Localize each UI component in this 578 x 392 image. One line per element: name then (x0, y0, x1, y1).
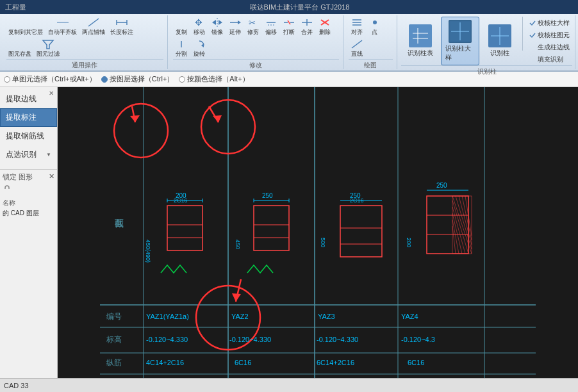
btn-trim-label: 修剪 (247, 28, 259, 37)
btn-fill-identify[interactable]: 填充识别 (526, 54, 572, 65)
svg-line-4 (88, 19, 99, 26)
btn-break[interactable]: 打断 (281, 17, 297, 37)
ribbon-group-draw: 对齐 点 直线 绘图 (345, 15, 397, 69)
btn-identify-column-label: 识别柱 (490, 49, 509, 58)
btn-identify-column-table[interactable]: 识别柱表 (401, 17, 440, 65)
ribbon-buttons-draw: 对齐 点 直线 (349, 17, 393, 59)
svg-text:-0.120~4.330: -0.120~4.330 (317, 336, 358, 343)
btn-save-element-label: 图元存盘 (8, 50, 31, 58)
drawing-area[interactable]: 截面 (58, 87, 578, 392)
menu-click-identify-label: 点选识别 (6, 149, 37, 160)
btn-length-mark-label: 长度标注 (110, 28, 133, 37)
dropdown-arrow-icon: ▼ (46, 152, 51, 158)
svg-text:4C14+2C16: 4C14+2C16 (146, 359, 184, 366)
layer-name-label: 名称 (3, 199, 54, 208)
btn-identify-column[interactable]: 识别柱 (481, 17, 519, 65)
svg-text:标高: 标高 (106, 335, 122, 344)
svg-line-25 (288, 20, 290, 24)
identify-group-label: 识别柱 (401, 65, 572, 76)
cad-svg: 截面 (58, 87, 578, 392)
svg-text:6C14+2C16: 6C14+2C16 (317, 359, 354, 366)
btn-extend-label: 延伸 (229, 28, 241, 37)
btn-point[interactable]: 点 (367, 17, 383, 37)
btn-auto-align[interactable]: 自动平齐板 (46, 17, 79, 37)
option-single-select[interactable]: 单图元选择（Ctrl+或Alt+） (4, 74, 96, 84)
btn-move[interactable]: ✥ 移动 (191, 17, 208, 37)
btn-length-mark[interactable]: 长度标注 (108, 17, 135, 37)
btn-offset[interactable]: 偏移 (263, 17, 279, 37)
title-center: 联达BIM土建计量平台 GTJ2018 (26, 3, 573, 12)
ribbon-group-draw-label: 绘图 (349, 59, 393, 70)
svg-text:-0.120~4.3: -0.120~4.3 (401, 336, 435, 343)
svg-text:500: 500 (320, 238, 326, 247)
btn-break-label: 打断 (283, 28, 295, 37)
option-layer-select[interactable]: 按图层选择（Ctrl+） (101, 74, 174, 84)
btn-check-column-detail[interactable]: 校核柱大样 (526, 18, 572, 28)
btn-check-column-element[interactable]: 校核柱图元 (526, 30, 572, 40)
ribbon-group-general: 复制到其它层 自动平齐板 两点辅轴 长度标注 图元存盘 图元过滤 (3, 15, 168, 69)
ribbon-group-modify-label: 修改 (173, 59, 339, 70)
btn-mirror[interactable]: 镜像 (209, 17, 226, 37)
svg-point-36 (373, 20, 377, 24)
btn-trim[interactable]: ✂ 修剪 (245, 17, 261, 37)
btn-copy-to-floor[interactable]: 复制到其它层 (6, 17, 45, 37)
identify-separator (522, 17, 523, 51)
btn-point-label: 点 (372, 28, 377, 37)
option-layer-label: 按图层选择（Ctrl+） (110, 74, 174, 84)
btn-merge[interactable]: 合并 (299, 17, 315, 37)
btn-filter[interactable]: 图元过滤 (35, 38, 62, 59)
btn-rotate[interactable]: 旋转 (191, 38, 208, 59)
ribbon-buttons-general: 复制到其它层 自动平齐板 两点辅轴 长度标注 图元存盘 图元过滤 (6, 17, 163, 59)
svg-text:6C16: 6C16 (408, 359, 424, 366)
svg-text:YAZ4: YAZ4 (401, 313, 418, 320)
radio-dot-layer (101, 76, 108, 83)
option-color-select[interactable]: 按颜色选择（Alt+） (179, 74, 249, 84)
svg-text:✥: ✥ (195, 17, 202, 28)
btn-identify-column-detail[interactable]: 识别柱大样 (441, 17, 479, 65)
btn-copy-label: 复制 (176, 28, 187, 37)
btn-align[interactable]: 对齐 (349, 17, 365, 37)
menu-click-identify[interactable]: 点选识别 ▼ (0, 145, 57, 164)
btn-copy[interactable]: 复制 (173, 17, 190, 37)
svg-text:2C16: 2C16 (350, 197, 364, 204)
btn-generate-column-edge[interactable]: 生成柱边线 (526, 42, 572, 53)
svg-text:2C16: 2C16 (174, 197, 188, 204)
btn-two-point-label: 两点辅轴 (82, 28, 105, 37)
btn-identify-column-detail-label: 识别柱大样 (445, 44, 475, 62)
svg-text:YAZ3: YAZ3 (318, 313, 335, 320)
btn-copy-to-floor-label: 复制到其它层 (8, 28, 43, 37)
main-area: ✕ 提取边线 提取标注 提取钢筋线 点选识别 ▼ 锁定 图形 ✕ 名称 的 CA… (0, 87, 578, 392)
btn-fill-identify-label: 填充识别 (538, 55, 563, 64)
layer-section: 锁定 图形 ✕ 名称 的 CAD 图层 (0, 169, 57, 220)
btn-generate-column-edge-label: 生成柱边线 (538, 43, 570, 52)
close-button[interactable]: ✕ (47, 88, 56, 97)
svg-marker-17 (219, 20, 222, 25)
layer-close-icon[interactable]: ✕ (49, 172, 54, 182)
btn-line[interactable]: 直线 (349, 38, 365, 59)
cad-layer-item: 的 CAD 图层 (3, 209, 54, 218)
btn-save-element[interactable]: 图元存盘 (6, 38, 33, 59)
btn-extend[interactable]: 延伸 (227, 17, 244, 37)
identify-column-detail-icon (449, 20, 472, 43)
btn-rotate-label: 旋转 (194, 50, 205, 58)
title-left: 工程量 (5, 3, 26, 12)
layer-section-header: 锁定 图形 ✕ (3, 172, 54, 182)
svg-text:250: 250 (436, 182, 447, 189)
svg-text:✂: ✂ (249, 18, 256, 28)
ribbon: 复制到其它层 自动平齐板 两点辅轴 长度标注 图元存盘 图元过滤 (0, 14, 578, 72)
svg-marker-19 (238, 20, 241, 24)
svg-marker-11 (43, 40, 53, 49)
svg-line-37 (352, 40, 362, 48)
btn-split[interactable]: 分割 (173, 38, 190, 59)
menu-extract-mark[interactable]: 提取标注 (0, 108, 57, 127)
menu-extract-rebar[interactable]: 提取钢筋线 (0, 127, 57, 145)
status-text: CAD 33 (4, 382, 29, 389)
option-color-label: 按颜色选择（Alt+） (187, 74, 249, 84)
btn-delete[interactable]: 删除 (317, 17, 333, 37)
layer-lock-label: 锁定 图形 (3, 172, 33, 182)
ribbon-section-identify: 识别柱表 识别柱大样 识别柱 校核柱大样 (399, 15, 575, 69)
radio-dot-color (179, 76, 185, 83)
svg-text:纵筋: 纵筋 (106, 358, 122, 367)
btn-two-point-axis[interactable]: 两点辅轴 (80, 17, 107, 37)
btn-align-label: 对齐 (351, 28, 363, 37)
